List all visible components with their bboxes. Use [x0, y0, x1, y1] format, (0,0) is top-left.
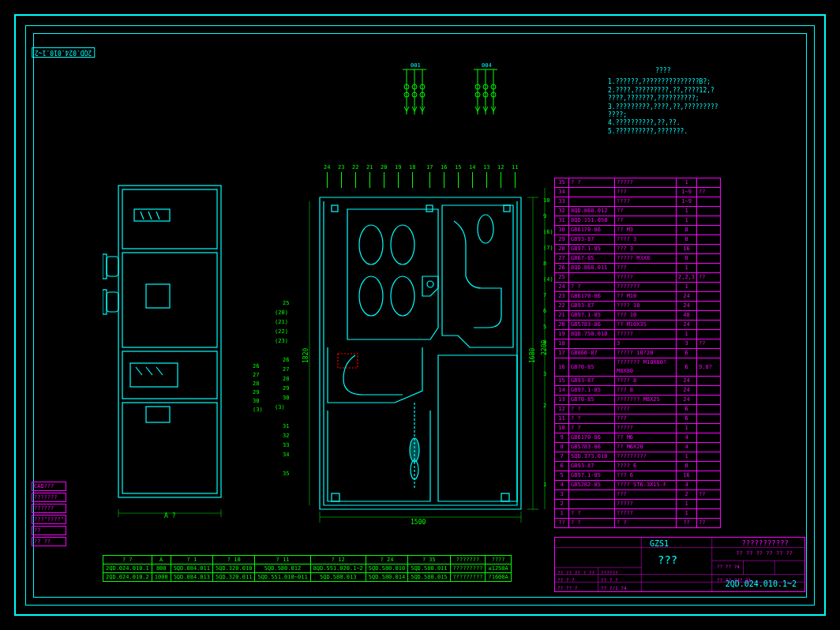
callout-number: (4) — [543, 276, 553, 283]
svg-rect-36 — [107, 292, 118, 312]
bom-row: 5GB97.1-85??? 616 — [555, 471, 721, 481]
bom-row: 27GB67-85????? M3X88 — [555, 254, 721, 264]
svg-rect-37 — [103, 254, 107, 279]
bom-row: 75QD.373.010?????????1 — [555, 452, 721, 462]
bom-row: 268QD.868.011???1 — [555, 264, 721, 273]
callout-number: 34 — [283, 452, 289, 458]
side-label: ?? — [32, 526, 66, 535]
callout-number: (6) — [543, 229, 553, 235]
variant-row: 2QD.024.010.18005QD.084.0115QD.320.0105Q… — [103, 564, 512, 573]
svg-rect-23 — [122, 351, 217, 399]
bom-row: 30GB6170-86?? M38 — [555, 226, 721, 235]
callout-number: (7) — [543, 245, 553, 251]
svg-rect-50 — [332, 205, 338, 212]
callout-number: 20 — [381, 164, 387, 171]
side-section: 1500 1680 2200 1820 — [300, 158, 553, 537]
svg-point-48 — [410, 438, 419, 462]
callout-number: 2 — [543, 403, 546, 409]
bom-row: 13GB70-85??????? M8X2524 — [555, 396, 721, 405]
bom-row: 34???1~9?? — [555, 188, 721, 197]
callout-number: 28 — [283, 376, 289, 382]
svg-line-33 — [156, 367, 163, 375]
callout-number: 16 — [441, 164, 447, 171]
variant-header: ? ?A? 1? 10? 11? 12? 24? 35??????????? — [103, 556, 512, 564]
svg-point-46 — [391, 276, 414, 316]
svg-line-28 — [156, 212, 159, 219]
bom-row: 33????1~9 — [555, 197, 721, 207]
rotation-label: 2QD.024.010.1~2 — [32, 47, 95, 58]
bom-row: 23GB6170-86?? M1024 — [555, 292, 721, 302]
svg-line-31 — [136, 367, 142, 375]
callout-number: 12 — [497, 164, 504, 171]
bom-row: 29GB93-87???? 38 — [555, 235, 721, 245]
side-label: CAD??? — [32, 482, 66, 491]
bom-row: 14GB97.1-85??? 824 — [555, 386, 721, 396]
svg-rect-51 — [426, 205, 433, 212]
bom-row: 17GB860-87????? 10?206 — [555, 349, 721, 358]
bom-row: 15GB93-87???? 824 — [555, 377, 721, 386]
callout-number: 14 — [469, 164, 475, 171]
svg-rect-20 — [118, 186, 221, 497]
svg-rect-54 — [501, 493, 509, 501]
svg-rect-34 — [146, 407, 170, 422]
bom-row: 3???2?? — [555, 490, 721, 500]
bom-row: 6GB93-87???? 68 — [555, 462, 721, 471]
bom-row: 16GB70-85??????? M10X80?M8X8069.8? — [555, 358, 721, 377]
svg-rect-29 — [146, 284, 170, 308]
note-line: 1.??????,???????????????B?; — [608, 78, 718, 86]
callout-number: 26 — [253, 363, 259, 369]
callout-number: 3 — [543, 371, 546, 377]
callout-number: 21 — [366, 164, 373, 171]
callout-number: (22) — [275, 328, 288, 335]
bom-header: ??? ?? ????? — [555, 519, 721, 528]
bom-row: 8GB5783-86?? M6X204 — [555, 443, 721, 452]
bom-row: 2?????1 — [555, 500, 721, 509]
svg-text:1680: 1680 — [529, 348, 536, 363]
callout-number: 1 — [543, 482, 546, 488]
callout-number: (20) — [275, 309, 288, 316]
callout-number: 33 — [283, 442, 289, 448]
drawing-subtitle: ??? — [658, 553, 677, 566]
callout-number: (21) — [275, 319, 288, 325]
callout-number: 29 — [283, 385, 289, 392]
callout-number: 4 — [543, 339, 546, 346]
callout-number: 23 — [338, 164, 344, 171]
bom-row: 35? ??????1 — [555, 178, 721, 188]
callout-number: 35 — [283, 471, 289, 477]
callout-number: 22 — [352, 164, 358, 171]
callout-number: 6 — [543, 308, 546, 314]
notes-title: ???? — [608, 67, 718, 75]
bom-row: 1833?? — [555, 339, 721, 349]
note-line: 5.??????????,???????. — [608, 128, 718, 136]
callout-number: 28 — [253, 381, 259, 387]
bom-row: 24? ????????1 — [555, 283, 721, 292]
bom-row: 11? ????6 — [555, 414, 721, 424]
callout-number: 8 — [543, 261, 546, 267]
callout-number: 9 — [543, 213, 546, 219]
bom-row: 28GB97.1-85??? 316 — [555, 245, 721, 254]
bom-row: 12? ?????6 — [555, 405, 721, 414]
callout-number: (23) — [275, 338, 288, 344]
callout-number: 17 — [426, 164, 433, 171]
note-line: ????; — [608, 111, 718, 119]
callout-number: 13 — [483, 164, 489, 171]
callout-number: 29 — [253, 389, 259, 396]
bom-row: 318QD.151.050??1 — [555, 216, 721, 226]
callout-number: 30 — [253, 398, 259, 404]
svg-text:1500: 1500 — [411, 519, 426, 526]
svg-rect-30 — [130, 363, 178, 387]
variant-table: ? ?A? 1? 10? 11? 12? 24? 35???????????2Q… — [103, 555, 512, 582]
svg-rect-38 — [103, 290, 107, 314]
title-block: GZS1 ??????????? ?? ?? ?? ?? ?? ?? ??? 2… — [554, 537, 805, 592]
front-elevation: A ? — [103, 182, 237, 521]
drawing-title: ??????????? — [741, 539, 789, 547]
svg-point-55 — [427, 281, 433, 287]
callout-number: 30 — [283, 395, 289, 401]
note-line: ????,???????,??????????; — [608, 95, 718, 103]
callout-number: 26 — [283, 357, 289, 363]
svg-point-44 — [391, 225, 414, 264]
bom-row: 328QD.868.012??1 — [555, 207, 721, 216]
note-line: 4.??????????,??,??. — [608, 119, 718, 127]
circuit-diagram: 001 004 — [387, 63, 513, 118]
bom-table: 35? ??????134???1~9??33????1~9328QD.868.… — [554, 178, 721, 528]
